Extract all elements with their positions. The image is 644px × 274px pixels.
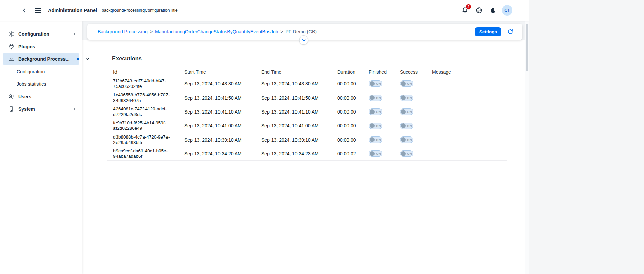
success-toggle: ON: [400, 108, 413, 115]
execution-end-time: Sep 13, 2024, 10:34:23 AM: [259, 147, 335, 160]
finished-toggle: ON: [369, 108, 382, 115]
finished-toggle: ON: [369, 136, 382, 143]
finished-toggle: ON: [369, 95, 382, 101]
breadcrumb-separator: >: [150, 29, 153, 34]
sidebar-item-system[interactable]: System: [0, 103, 82, 115]
background-processing-icon: [8, 56, 15, 62]
topbar: Administration Panel backgroundProcessin…: [0, 0, 529, 21]
chevron-left-icon: [22, 8, 27, 13]
toggle-label: ON: [376, 152, 381, 155]
execution-row[interactable]: b9ca9cef-da61-40c1-b05c-94aba7adab6f Sep…: [107, 147, 507, 160]
execution-id: fe9b710d-f625-4b14-959f-af2d02286e49: [107, 119, 182, 133]
execution-message: [429, 119, 507, 133]
execution-row[interactable]: d3b8088b-4c7a-4720-9e7e-2e29ab493bf5 Sep…: [107, 133, 507, 147]
execution-row[interactable]: fe9b710d-f625-4b14-959f-af2d02286e49 Sep…: [107, 119, 507, 133]
toggle-label: ON: [376, 82, 381, 85]
sidebar-subitem-jobs-statistics[interactable]: Jobs statistics: [0, 78, 82, 90]
main-content: Background Processing > ManufacturingOrd…: [82, 21, 525, 274]
user-avatar[interactable]: CT: [502, 5, 512, 16]
sidebar-item-background-processing[interactable]: Background Process...: [3, 53, 79, 65]
column-header-duration: Duration: [335, 67, 366, 77]
toggle-label: ON: [407, 152, 412, 155]
execution-row[interactable]: 4264081c-747f-4120-adcf-d7229fa2d3dc Sep…: [107, 105, 507, 119]
app-title: Administration Panel: [48, 8, 97, 13]
finished-toggle: ON: [369, 150, 382, 157]
settings-button[interactable]: Settings: [475, 27, 501, 36]
sidebar-subitem-label: Jobs statistics: [17, 81, 46, 87]
execution-row[interactable]: 7f2b6743-edf7-40dd-bf47-75ac052024fe Sep…: [107, 77, 507, 91]
sidebar-item-label: Plugins: [18, 44, 35, 49]
executions-table: Id Start Time End Time Duration Finished…: [107, 67, 507, 161]
execution-start-time: Sep 13, 2024, 10:43:30 AM: [182, 77, 259, 91]
toggle-knob: [370, 95, 375, 100]
success-toggle: ON: [400, 123, 413, 129]
sidebar-item-label: Configuration: [18, 31, 49, 37]
column-header-end-time: End Time: [259, 67, 335, 77]
table-header-row: Id Start Time End Time Duration Finished…: [107, 67, 507, 77]
sidebar: Configuration Plugins Background Process…: [0, 21, 82, 274]
scrollbar-thumb[interactable]: [526, 24, 528, 71]
execution-end-time: Sep 13, 2024, 10:39:10 AM: [259, 133, 335, 147]
execution-start-time: Sep 13, 2024, 10:41:10 AM: [182, 105, 259, 119]
execution-end-time: Sep 13, 2024, 10:43:30 AM: [259, 77, 335, 91]
toggle-knob: [401, 109, 406, 114]
sidebar-item-configuration[interactable]: Configuration: [0, 28, 82, 40]
toggle-knob: [401, 151, 406, 156]
toggle-knob: [370, 151, 375, 156]
moon-icon: [490, 7, 496, 14]
theme-toggle-button[interactable]: [488, 5, 498, 16]
success-toggle: ON: [400, 150, 413, 157]
sidebar-item-label: Users: [18, 94, 31, 99]
sidebar-item-label: Background Process...: [18, 56, 70, 62]
execution-end-time: Sep 13, 2024, 10:41:10 AM: [259, 105, 335, 119]
toggle-label: ON: [407, 138, 412, 142]
page-subtitle: backgroundProcessingConfigurationTitle: [102, 8, 178, 13]
execution-id: d3b8088b-4c7a-4720-9e7e-2e29ab493bf5: [107, 133, 182, 147]
execution-duration: 00:00:00: [335, 91, 366, 105]
execution-id: 7f2b6743-edf7-40dd-bf47-75ac052024fe: [107, 77, 182, 91]
execution-id: 1c406558-b776-4856-b707-34f9f3264075: [107, 91, 182, 105]
column-header-finished: Finished: [366, 67, 397, 77]
execution-end-time: Sep 13, 2024, 10:41:00 AM: [259, 119, 335, 133]
sidebar-item-plugins[interactable]: Plugins: [0, 40, 82, 53]
execution-duration: 00:00:00: [335, 133, 366, 147]
execution-start-time: Sep 13, 2024, 10:34:20 AM: [182, 147, 259, 160]
menu-toggle-button[interactable]: [32, 5, 43, 16]
chevron-down-icon: [301, 38, 306, 43]
execution-message: [429, 77, 507, 91]
toggle-label: ON: [407, 96, 412, 100]
app-window: Administration Panel backgroundProcessin…: [0, 0, 529, 274]
language-button[interactable]: [473, 5, 484, 16]
execution-end-time: Sep 13, 2024, 10:41:50 AM: [259, 91, 335, 105]
execution-duration: 00:00:02: [335, 147, 366, 160]
toggle-label: ON: [407, 124, 412, 128]
success-toggle: ON: [400, 136, 413, 143]
toggle-label: ON: [407, 110, 412, 114]
refresh-icon: [507, 29, 513, 35]
breadcrumb-link-background-processing[interactable]: Background Processing: [98, 29, 148, 34]
execution-row[interactable]: 1c406558-b776-4856-b707-34f9f3264075 Sep…: [107, 91, 507, 105]
success-toggle: ON: [400, 80, 413, 87]
collapse-panel-button[interactable]: [299, 35, 308, 45]
back-button[interactable]: [19, 5, 30, 16]
toggle-label: ON: [376, 124, 381, 128]
execution-duration: 00:00:00: [335, 105, 366, 119]
toggle-knob: [401, 137, 406, 142]
success-toggle: ON: [400, 95, 413, 101]
execution-message: [429, 147, 507, 160]
refresh-button[interactable]: [505, 26, 516, 37]
execution-message: [429, 105, 507, 119]
sidebar-subitem-configuration[interactable]: Configuration: [0, 65, 82, 78]
toggle-knob: [370, 81, 375, 86]
chevron-right-icon: [73, 107, 77, 111]
column-header-start-time: Start Time: [182, 67, 259, 77]
users-icon: [8, 94, 15, 100]
sidebar-item-users[interactable]: Users: [0, 90, 82, 103]
executions-title: Executions: [112, 55, 507, 62]
breadcrumb-link-job[interactable]: ManufacturingOrderChangeStatusByQuantity…: [155, 29, 278, 34]
gear-icon: [8, 31, 15, 37]
toggle-knob: [401, 123, 406, 128]
notifications-button[interactable]: 2: [459, 5, 470, 16]
sidebar-subitem-label: Configuration: [17, 69, 45, 74]
notification-badge: 2: [466, 4, 471, 10]
